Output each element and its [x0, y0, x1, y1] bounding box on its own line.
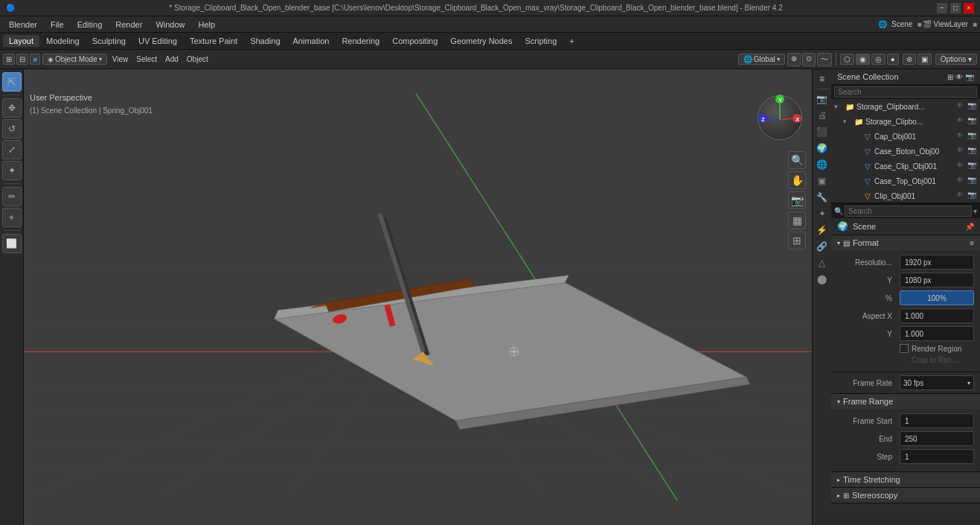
frame-rate-select[interactable]: 30 fps ▾: [900, 375, 974, 390]
material-icon[interactable]: ⬤: [814, 271, 830, 287]
vis-icon-2[interactable]: 👁: [955, 116, 965, 127]
wave-btn[interactable]: 〜: [817, 53, 832, 66]
cap-vis[interactable]: 👁: [955, 131, 965, 141]
clip-vis[interactable]: 👁: [955, 191, 965, 201]
time-stretching-header[interactable]: ▸ Time Stretching: [831, 472, 980, 487]
move-tool-btn[interactable]: ✥: [2, 98, 22, 118]
tab-geometry-nodes[interactable]: Geometry Nodes: [444, 35, 518, 47]
object-mode-select[interactable]: ◈ Object Mode ▾: [42, 54, 107, 65]
render-region-checkbox[interactable]: [900, 344, 909, 353]
outliner-item-clip[interactable]: ▽ Clip_Obj001 👁 📷: [831, 188, 980, 203]
file-menu[interactable]: File: [45, 19, 70, 31]
zoom-to-fit-btn[interactable]: 🔍: [788, 151, 806, 169]
frame-start-value[interactable]: 1: [900, 413, 974, 428]
shading-solid-btn[interactable]: ◉: [856, 54, 870, 65]
render-icon[interactable]: 📷: [967, 101, 977, 112]
modifier-icon[interactable]: 🔧: [814, 189, 830, 206]
outliner-search-input[interactable]: [834, 86, 977, 98]
window-controls[interactable]: − □ ×: [937, 3, 974, 13]
outliner-icon-btn[interactable]: ≡: [814, 71, 830, 87]
filter-icon[interactable]: ⊞: [947, 73, 953, 81]
snap-btn[interactable]: ⊕: [787, 53, 801, 66]
grid-icon-btn[interactable]: ⊟: [16, 54, 28, 65]
frame-range-header[interactable]: ▾ Frame Range: [831, 394, 980, 409]
render-props-icon[interactable]: 📷: [814, 91, 830, 107]
scale-tool-btn[interactable]: ⤢: [2, 140, 22, 159]
help-menu[interactable]: Help: [193, 19, 222, 31]
caseclip-vis[interactable]: 👁: [955, 161, 965, 171]
overlay-btn[interactable]: ⊛: [903, 54, 916, 65]
outliner-item-caseclip[interactable]: ▽ Case_Clip_Obj001 👁 📷: [831, 159, 980, 174]
blender-menu[interactable]: Blender: [3, 19, 43, 31]
format-opts-icon[interactable]: ≡: [970, 239, 974, 247]
edit-menu[interactable]: Editing: [71, 19, 109, 31]
select-tool-btn[interactable]: ⇱: [2, 72, 22, 92]
tab-rendering[interactable]: Rendering: [336, 35, 385, 47]
boton-rend[interactable]: 📷: [967, 146, 977, 156]
properties-search-input[interactable]: [845, 206, 972, 217]
visibility-icon[interactable]: 👁: [955, 101, 965, 112]
resolution-pct-value[interactable]: 100%: [900, 290, 974, 305]
tab-sculpting[interactable]: Sculpting: [86, 35, 132, 47]
tab-compositing[interactable]: Compositing: [386, 35, 443, 47]
frame-end-value[interactable]: 250: [900, 431, 974, 446]
add-cube-btn[interactable]: ⬜: [2, 234, 22, 253]
tab-texture-paint[interactable]: Texture Paint: [184, 35, 243, 47]
editor-type-btn[interactable]: ■: [30, 54, 40, 65]
outliner-item-sub[interactable]: ▾ 📁 Storage_Clipbo... 👁 📷: [831, 114, 980, 129]
rotate-tool-btn[interactable]: ↺: [2, 119, 22, 139]
add-menu-btn[interactable]: Add: [162, 54, 182, 64]
boton-vis[interactable]: 👁: [955, 146, 965, 156]
casetop-vis[interactable]: 👁: [955, 176, 965, 186]
eye-icon[interactable]: 👁: [955, 73, 963, 81]
maximize-button[interactable]: □: [950, 3, 961, 13]
cap-rend[interactable]: 📷: [967, 131, 977, 141]
outliner-item-root[interactable]: ▾ 📁 Storage_Clipboard... 👁 📷: [831, 99, 980, 114]
camera-outliner-icon[interactable]: 📷: [965, 73, 974, 81]
proportional-btn[interactable]: ⊙: [802, 53, 816, 66]
render-region-vp-btn[interactable]: ▦: [788, 211, 806, 229]
outliner-item-cap[interactable]: ▽ Cap_Obj001 👁 📷: [831, 129, 980, 144]
shading-wire-btn[interactable]: ⬡: [840, 54, 854, 65]
annotate-tool-btn[interactable]: ✏: [2, 187, 22, 206]
select-menu-btn[interactable]: Select: [133, 54, 160, 64]
output-props-icon[interactable]: 🖨: [814, 107, 830, 124]
options-btn[interactable]: Options ▾: [935, 54, 977, 65]
shading-material-btn[interactable]: ◎: [871, 54, 885, 65]
format-section-header[interactable]: ▾ ▤ Format ≡: [831, 235, 980, 250]
add-workspace-btn[interactable]: +: [563, 35, 580, 47]
pan-btn[interactable]: ✋: [788, 171, 806, 189]
casetop-rend[interactable]: 📷: [967, 176, 977, 186]
tab-uv-editing[interactable]: UV Editing: [132, 35, 183, 47]
data-icon[interactable]: △: [814, 255, 830, 271]
render-region-check[interactable]: Render Region: [900, 344, 961, 353]
viewport[interactable]: User Perspective (1) Scene Collection | …: [24, 69, 812, 525]
rend-icon-2[interactable]: 📷: [967, 116, 977, 127]
viewport-gizmo[interactable]: X Y Z: [754, 92, 806, 144]
resolution-y-value[interactable]: 1080 px: [900, 273, 974, 287]
physics-icon[interactable]: ⚡: [814, 222, 830, 238]
caseclip-rend[interactable]: 📷: [967, 161, 977, 171]
outliner-item-casetop[interactable]: ▽ Case_Top_Obj001 👁 📷: [831, 174, 980, 188]
scene-icon[interactable]: 🌍: [814, 140, 830, 156]
window-menu[interactable]: Window: [150, 19, 190, 31]
aspect-x-value[interactable]: 1.000: [900, 308, 974, 323]
pin-icon[interactable]: 📌: [965, 223, 974, 231]
measure-tool-btn[interactable]: ⌖: [2, 208, 22, 227]
tab-scripting[interactable]: Scripting: [519, 35, 563, 47]
particles-icon[interactable]: ✦: [814, 206, 830, 222]
resolution-x-value[interactable]: 1920 px: [900, 255, 974, 270]
constraints-icon[interactable]: 🔗: [814, 238, 830, 255]
world-icon[interactable]: 🌐: [814, 156, 830, 173]
transform-tool-btn[interactable]: ✦: [2, 161, 22, 180]
close-button[interactable]: ×: [964, 3, 974, 13]
tab-layout[interactable]: Layout: [3, 35, 39, 47]
frame-step-value[interactable]: 1: [900, 449, 974, 464]
tab-modeling[interactable]: Modeling: [40, 35, 86, 47]
tab-shading[interactable]: Shading: [244, 35, 286, 47]
minimize-button[interactable]: −: [937, 3, 947, 13]
layout-icon-btn[interactable]: ⊞: [3, 54, 15, 65]
outliner-item-boton[interactable]: ▽ Case_Boton_Obj00 👁 📷: [831, 144, 980, 159]
stereoscopy-header[interactable]: ▸ ⊞ Stereoscopy: [831, 488, 980, 503]
render-menu[interactable]: Render: [109, 19, 148, 31]
